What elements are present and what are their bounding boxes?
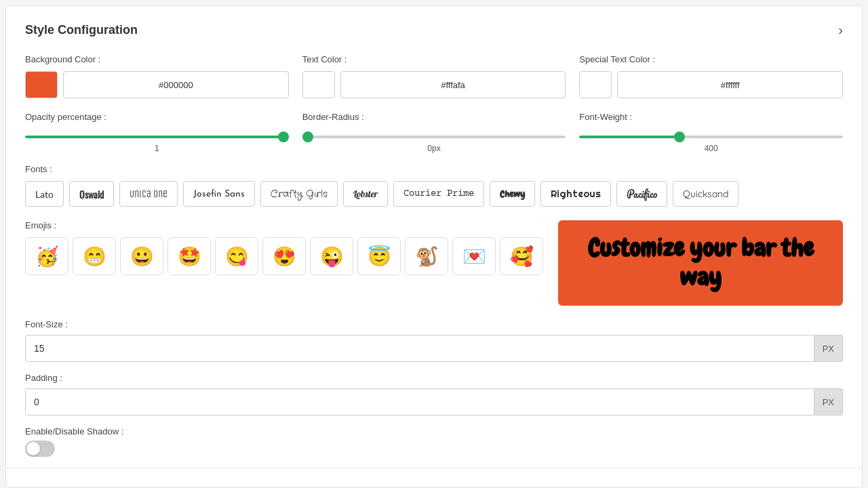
font-btn-righteous[interactable]: Righteous [540, 181, 611, 207]
border-radius-slider[interactable] [302, 136, 566, 138]
emojis-label: Emojis : [25, 220, 545, 230]
font-btn-lobster[interactable]: Lobster [343, 181, 388, 207]
card-title: Style Configuration [25, 23, 138, 37]
special-color-swatch[interactable] [579, 71, 612, 98]
emojis-section: Emojis : 🥳 😁 😀 🤩 😋 😍 😜 😇 🐒 💌 🥰 Customiz [25, 220, 843, 306]
bg-color-col: Background Color : [25, 54, 289, 98]
sliders-row: Opacity percentage : 1 Border-Radius : 0… [25, 112, 843, 153]
style-configuration-card: Style Configuration › Background Color :… [5, 5, 863, 488]
font-weight-slider[interactable] [579, 136, 843, 138]
emoji-btn-wink-tongue[interactable]: 😜 [310, 237, 353, 275]
padding-label: Padding : [25, 373, 843, 383]
padding-input[interactable] [25, 388, 814, 415]
special-color-label: Special Text Color : [579, 54, 843, 64]
font-size-unit: PX [814, 335, 843, 362]
emoji-btn-smile[interactable]: 😀 [120, 237, 163, 275]
fonts-grid: Lato Oswald Unica One Josefin Sans Craft… [25, 181, 843, 207]
fonts-section: Fonts : Lato Oswald Unica One Josefin Sa… [25, 164, 843, 207]
bg-color-row [25, 71, 289, 98]
emoji-btn-star[interactable]: 🤩 [167, 237, 211, 275]
padding-section: Padding : PX [25, 373, 843, 415]
special-color-col: Special Text Color : [579, 54, 843, 98]
font-weight-value: 400 [579, 144, 843, 153]
font-size-input-row: PX [25, 335, 843, 362]
special-color-input[interactable] [617, 71, 843, 98]
toggle-knob [26, 442, 40, 455]
emoji-btn-halo[interactable]: 😇 [357, 237, 401, 275]
customize-banner-text: Customize your bar the way [577, 234, 824, 292]
chevron-right-icon[interactable]: › [838, 22, 843, 38]
font-weight-label: Font-Weight : [579, 112, 843, 122]
page-wrapper: Style Configuration › Background Color :… [0, 0, 868, 488]
font-btn-chewy[interactable]: Chewy [490, 181, 535, 207]
fonts-label: Fonts : [25, 164, 843, 174]
font-btn-courier[interactable]: Courier Prime [393, 181, 484, 207]
bg-color-input[interactable] [63, 71, 289, 98]
shadow-label: Enable/Disable Shadow : [25, 426, 843, 436]
emojis-left: Emojis : 🥳 😁 😀 🤩 😋 😍 😜 😇 🐒 💌 🥰 [25, 220, 545, 275]
font-btn-lato[interactable]: Lato [25, 181, 64, 207]
customize-banner: Customize your bar the way [558, 220, 843, 306]
font-btn-unica[interactable]: Unica One [119, 181, 178, 207]
text-color-input[interactable] [340, 71, 566, 98]
border-radius-label: Border-Radius : [302, 112, 566, 122]
font-btn-oswald[interactable]: Oswald [69, 181, 114, 207]
font-size-label: Font-Size : [25, 319, 843, 329]
bg-color-label: Background Color : [25, 54, 289, 64]
emojis-grid: 🥳 😁 😀 🤩 😋 😍 😜 😇 🐒 💌 🥰 [25, 237, 545, 275]
font-btn-josefin[interactable]: Josefin Sans [183, 181, 255, 207]
text-color-col: Text Color : [302, 54, 566, 98]
padding-input-row: PX [25, 388, 843, 415]
font-btn-quicksand[interactable]: Quicksand [673, 181, 738, 207]
text-color-swatch[interactable] [302, 71, 335, 98]
emoji-btn-yum[interactable]: 😋 [215, 237, 258, 275]
card-header: Style Configuration › [25, 22, 843, 38]
opacity-value: 1 [25, 144, 289, 153]
opacity-slider[interactable] [25, 136, 289, 138]
shadow-toggle[interactable] [25, 441, 55, 457]
font-btn-crafty[interactable]: Crafty Girls [260, 181, 338, 207]
emoji-btn-heart-eyes[interactable]: 😍 [262, 237, 306, 275]
border-radius-slider-col: Border-Radius : 0px [302, 112, 566, 153]
emoji-btn-blush[interactable]: 🥰 [500, 237, 543, 275]
font-size-section: Font-Size : PX [25, 319, 843, 362]
emoji-btn-love-letter[interactable]: 💌 [452, 237, 496, 275]
card-divider [6, 468, 862, 468]
border-radius-value: 0px [302, 144, 566, 153]
font-weight-slider-col: Font-Weight : 400 [579, 112, 843, 153]
text-color-row [302, 71, 566, 98]
font-size-input[interactable] [25, 335, 814, 362]
text-color-label: Text Color : [302, 54, 566, 64]
emoji-btn-monkey[interactable]: 🐒 [405, 237, 448, 275]
emoji-btn-grin[interactable]: 😁 [73, 237, 116, 275]
shadow-section: Enable/Disable Shadow : [25, 426, 843, 457]
shadow-toggle-row [25, 441, 843, 457]
padding-unit: PX [814, 388, 843, 415]
colors-row: Background Color : Text Color : Special … [25, 54, 843, 98]
bg-color-swatch[interactable] [25, 71, 58, 98]
opacity-label: Opacity percentage : [25, 112, 289, 122]
opacity-slider-col: Opacity percentage : 1 [25, 112, 289, 153]
font-btn-pacifico[interactable]: Pacifico [616, 181, 667, 207]
special-color-row [579, 71, 843, 98]
emoji-btn-party[interactable]: 🥳 [25, 237, 68, 275]
